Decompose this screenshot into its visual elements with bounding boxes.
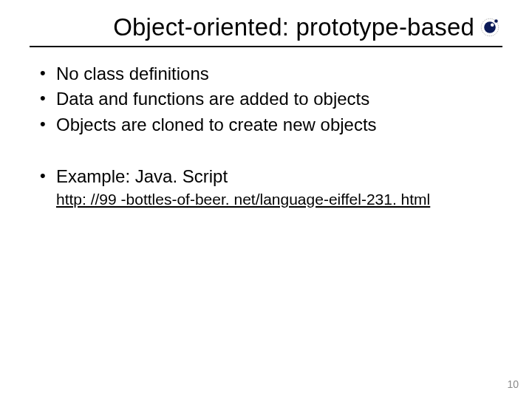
example-link[interactable]: http: //99 -bottles-of-beer. net/languag… xyxy=(56,191,502,208)
svg-point-1 xyxy=(484,21,496,33)
list-item: No class definitions xyxy=(37,62,502,86)
bullet-list-a: No class definitions Data and functions … xyxy=(30,62,502,137)
spacer xyxy=(30,138,502,165)
list-item: Data and functions are added to objects xyxy=(37,87,502,111)
lua-logo-icon xyxy=(480,18,499,37)
svg-point-2 xyxy=(491,23,494,27)
page-number: 10 xyxy=(507,378,519,390)
bullet-list-b: Example: Java. Script xyxy=(30,165,502,188)
slide: Object-oriented: prototype-based No clas… xyxy=(0,0,532,399)
title-row: Object-oriented: prototype-based xyxy=(30,13,502,47)
slide-title: Object-oriented: prototype-based xyxy=(113,13,474,41)
list-item: Example: Java. Script xyxy=(37,165,502,188)
svg-point-3 xyxy=(494,19,498,23)
list-item: Objects are cloned to create new objects xyxy=(37,113,502,137)
